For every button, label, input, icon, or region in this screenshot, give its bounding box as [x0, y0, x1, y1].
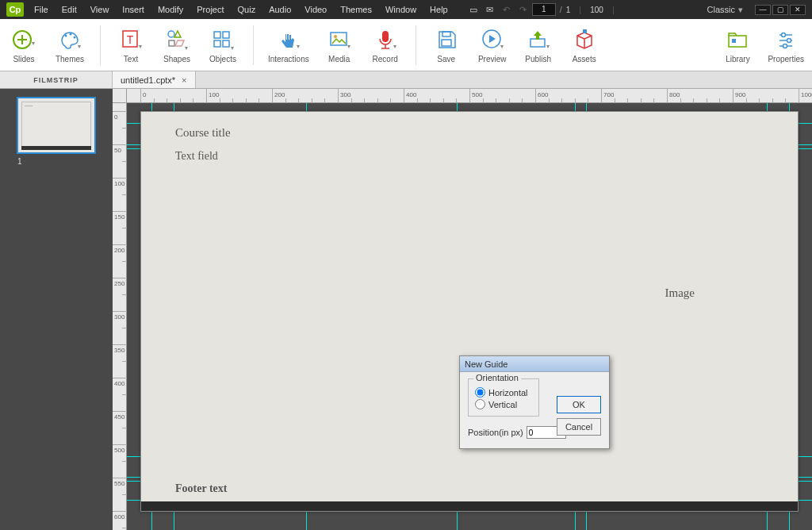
- tab-bar: FILMSTRIP untitled1.cptx* ×: [0, 71, 812, 89]
- undo-arrow-icon[interactable]: ↶: [499, 2, 515, 17]
- svg-point-29: [787, 39, 791, 43]
- svg-point-5: [74, 36, 76, 39]
- ribbon-media[interactable]: Media: [324, 26, 355, 63]
- menu-themes[interactable]: Themes: [334, 3, 378, 16]
- ribbon-separator: [253, 25, 254, 65]
- minimize-button[interactable]: —: [755, 5, 771, 15]
- menu-video[interactable]: Video: [298, 3, 333, 16]
- text-field-placeholder[interactable]: Text field: [175, 150, 218, 163]
- ribbon-text-label: Text: [124, 55, 138, 63]
- ribbon-preview[interactable]: Preview: [477, 26, 508, 63]
- ribbon-shapes[interactable]: Shapes: [161, 26, 193, 63]
- footer-text[interactable]: Footer text: [175, 482, 227, 495]
- svg-point-3: [65, 35, 67, 37]
- document-tab-label: untitled1.cptx*: [121, 75, 175, 85]
- ribbon-publish[interactable]: Publish: [523, 26, 554, 63]
- slide-thumbnail[interactable]: ——: [17, 97, 96, 154]
- radio-vertical-input[interactable]: [475, 399, 485, 409]
- ribbon-preview-label: Preview: [478, 55, 507, 63]
- svg-rect-12: [214, 40, 220, 47]
- menu-audio[interactable]: Audio: [262, 3, 297, 16]
- ribbon-assets-label: Assets: [573, 55, 596, 63]
- radio-horizontal-input[interactable]: [475, 387, 485, 398]
- mic-icon: [371, 26, 400, 53]
- close-tab-icon[interactable]: ×: [182, 75, 186, 85]
- menu-help[interactable]: Help: [423, 3, 454, 16]
- filmstrip-panel-header[interactable]: FILMSTRIP: [0, 71, 113, 88]
- svg-rect-25: [732, 39, 736, 43]
- slide-canvas[interactable]: Course title Text field Image Footer tex…: [140, 111, 799, 512]
- svg-text:T: T: [127, 33, 134, 46]
- radio-horizontal[interactable]: Horizontal: [475, 387, 532, 398]
- document-tab[interactable]: untitled1.cptx* ×: [113, 71, 196, 88]
- ribbon-themes[interactable]: Themes: [54, 26, 86, 63]
- ok-button[interactable]: OK: [557, 396, 601, 413]
- footer-bar: [141, 501, 798, 511]
- svg-point-4: [70, 33, 72, 36]
- ribbon-shapes-label: Shapes: [163, 55, 190, 63]
- page-total: 1: [566, 6, 571, 14]
- redo-arrow-icon[interactable]: ↷: [515, 2, 531, 17]
- sliders-icon: [772, 26, 800, 53]
- svg-rect-23: [583, 29, 587, 33]
- svg-rect-19: [442, 32, 450, 36]
- image-icon: [325, 26, 354, 53]
- canvas-area: 01002003004005006007008009001000 0501001…: [113, 89, 812, 530]
- ribbon-interactions[interactable]: Interactions: [268, 26, 309, 63]
- orientation-fieldset: Orientation Horizontal Vertical: [468, 378, 539, 417]
- cancel-button[interactable]: Cancel: [557, 418, 601, 436]
- ribbon-library-label: Library: [726, 55, 750, 63]
- ribbon-objects-label: Objects: [209, 55, 236, 63]
- course-title-text[interactable]: Course title: [175, 126, 231, 140]
- svg-rect-24: [729, 36, 746, 47]
- horizontal-ruler[interactable]: 01002003004005006007008009001000: [127, 89, 812, 103]
- svg-rect-9: [169, 40, 174, 46]
- svg-point-15: [334, 35, 337, 38]
- close-button[interactable]: ✕: [790, 5, 806, 15]
- menu-insert[interactable]: Insert: [116, 3, 151, 16]
- floppy-icon: [432, 26, 461, 53]
- svg-rect-22: [530, 39, 545, 47]
- menu-modify[interactable]: Modify: [151, 3, 190, 16]
- image-placeholder[interactable]: Image: [665, 286, 695, 300]
- text-icon: T: [117, 26, 145, 53]
- ribbon-library[interactable]: Library: [722, 26, 753, 63]
- mail-icon[interactable]: ✉: [482, 2, 498, 17]
- main-area: —— 1 01002003004005006007008009001000 05…: [0, 89, 812, 530]
- radio-vertical[interactable]: Vertical: [475, 399, 532, 409]
- ribbon-record[interactable]: Record: [370, 26, 401, 63]
- ribbon-properties[interactable]: Properties: [768, 26, 804, 63]
- layout-icon[interactable]: ▭: [465, 2, 481, 17]
- menu-file[interactable]: File: [28, 3, 55, 16]
- zoom-value[interactable]: 100: [590, 6, 603, 14]
- folder-icon: [723, 26, 752, 53]
- orientation-legend: Orientation: [473, 373, 521, 382]
- grid-icon: [209, 26, 237, 53]
- maximize-button[interactable]: ▢: [772, 5, 788, 15]
- filmstrip-panel: —— 1: [0, 89, 113, 530]
- menu-project[interactable]: Project: [190, 3, 230, 16]
- svg-point-8: [168, 31, 174, 37]
- workspace-selector[interactable]: Classic▾: [704, 5, 746, 15]
- ribbon-slides[interactable]: Slides: [8, 26, 40, 63]
- ribbon-objects[interactable]: Objects: [207, 26, 239, 63]
- vertical-ruler[interactable]: 050100150200250300350400450500550600: [113, 103, 127, 530]
- ribbon-save[interactable]: Save: [431, 26, 462, 63]
- menu-quiz[interactable]: Quiz: [232, 3, 262, 16]
- shapes-icon: [163, 26, 191, 53]
- ribbon-assets[interactable]: Assets: [569, 26, 600, 63]
- menu-window[interactable]: Window: [379, 3, 423, 16]
- menu-view[interactable]: View: [84, 3, 116, 16]
- svg-rect-10: [214, 32, 220, 38]
- window-controls: — ▢ ✕: [755, 5, 806, 15]
- ribbon-save-label: Save: [437, 55, 455, 63]
- ribbon-text[interactable]: T Text: [115, 26, 147, 63]
- menu-edit[interactable]: Edit: [56, 3, 83, 16]
- svg-point-27: [782, 33, 786, 37]
- page-current-input[interactable]: 1: [532, 3, 556, 16]
- svg-rect-20: [442, 40, 451, 46]
- ruler-corner: [113, 89, 127, 103]
- ribbon-themes-label: Themes: [56, 55, 84, 63]
- page-separator: /: [560, 5, 562, 14]
- radio-vertical-label: Vertical: [488, 400, 517, 409]
